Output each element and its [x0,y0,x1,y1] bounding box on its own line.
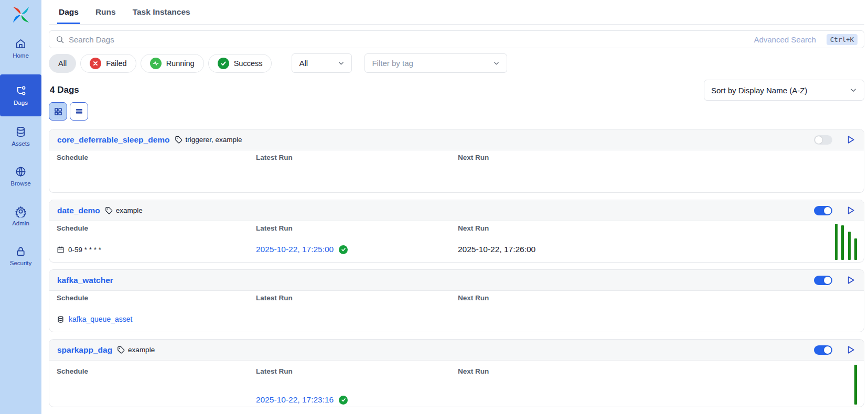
run-bar[interactable] [841,225,844,260]
chevron-down-icon [493,60,500,67]
sidebar-item-label: Security [10,260,32,266]
latest-run-link[interactable]: 2025-10-22, 17:25:00 [256,245,334,254]
sidebar-item-security[interactable]: Security [0,242,41,269]
dag-card-list: core_deferrable_sleep_demo triggerer, ex… [49,129,864,414]
play-icon [845,134,856,145]
trigger-dag-button[interactable] [845,205,856,216]
search-icon [56,35,65,44]
dag-card-header: kafka_watcher [49,270,864,291]
dag-card-date-demo: date_demo example [49,200,864,263]
sidebar-item-assets[interactable]: Assets [0,123,41,150]
dag-pause-toggle[interactable] [814,135,832,145]
advanced-search-link[interactable]: Advanced Search [754,35,816,44]
dag-title-link[interactable]: date_demo [57,206,100,215]
main-content: Dags Runs Task Instances Advanced Search… [41,0,868,414]
airflow-app: Home Dags Assets Browse [0,0,868,414]
run-bar[interactable] [854,238,857,260]
tab-runs[interactable]: Runs [94,7,117,24]
asset-database-icon [57,315,65,323]
tag-icon [105,206,113,214]
trigger-dag-button[interactable] [845,344,856,355]
tab-dags[interactable]: Dags [57,7,80,24]
state-filter-running[interactable]: Running [141,54,204,73]
filter-row: All Failed Running Success All [49,53,864,73]
sidebar-item-admin[interactable]: Admin [0,202,41,230]
view-toggles [49,102,864,121]
run-history-bars [835,224,858,260]
dag-tags: triggerer, example [175,136,242,144]
dag-pause-toggle[interactable] [814,276,832,285]
running-icon [150,58,162,69]
sort-value: Sort by Display Name (A-Z) [711,86,807,95]
search-bar: Advanced Search Ctrl+K [49,30,864,48]
state-filter-failed[interactable]: Failed [80,54,136,73]
airflow-pinwheel-icon [10,4,31,25]
browse-icon [15,166,27,178]
latest-run-label: Latest Run [256,224,458,233]
sidebar-item-label: Admin [12,220,29,226]
dag-card-header: core_deferrable_sleep_demo triggerer, ex… [49,129,864,150]
dag-card-body: Schedule Latest Run Next Run [49,150,864,184]
state-filter-label: Running [166,59,195,68]
next-run-label: Next Run [458,224,856,233]
tag-filter-select[interactable]: Filter by tag [365,53,507,73]
search-input[interactable] [69,35,749,44]
schedule-asset: kafka_queue_asset [57,314,132,324]
success-state-icon [339,396,348,405]
sidebar-item-label: Home [13,52,29,59]
chevron-down-icon [338,60,345,67]
dag-card-header: sparkapp_dag example [49,340,864,361]
state-filter-all[interactable]: All [49,54,76,73]
card-view-button[interactable] [49,102,67,121]
dags-icon [15,85,27,97]
paused-filter-value: All [299,59,308,68]
tab-task-instances[interactable]: Task Instances [131,7,192,24]
schedule-label: Schedule [57,154,256,162]
dag-tags-text: example [116,206,143,214]
run-bar[interactable] [848,232,851,260]
toggle-knob [824,346,831,354]
schedule-label: Schedule [57,294,256,302]
run-bar[interactable] [854,365,857,405]
dag-card-body: Schedule Latest Run 2025-10-22, 17:23:16… [49,361,864,405]
latest-run-link[interactable]: 2025-10-22, 17:23:16 [256,395,334,405]
dag-card-core-deferrable-sleep-demo: core_deferrable_sleep_demo triggerer, ex… [49,129,864,193]
sidebar-item-browse[interactable]: Browse [0,162,41,190]
home-icon [15,38,27,50]
dag-title-link[interactable]: kafka_watcher [57,276,113,285]
toggle-knob [824,207,831,214]
tag-icon [117,346,125,354]
paused-filter-select[interactable]: All [292,53,352,73]
dag-tags: example [117,346,155,354]
dag-title-link[interactable]: sparkapp_dag [57,345,112,355]
failed-icon [90,58,101,69]
asset-link[interactable]: kafka_queue_asset [69,315,132,323]
grid-view-icon [53,107,63,116]
trigger-dag-button[interactable] [845,275,856,286]
next-run-label: Next Run [458,367,856,376]
admin-icon [15,205,27,217]
schedule-label: Schedule [57,367,256,376]
state-filter-label: Success [234,59,263,68]
run-bar[interactable] [835,224,838,260]
success-state-icon [339,245,348,254]
dag-tags-text: triggerer, example [186,136,242,144]
sidebar-item-home[interactable]: Home [0,35,41,62]
state-filter-label: Failed [106,59,127,68]
airflow-logo[interactable] [0,0,41,29]
next-run-label: Next Run [458,154,856,162]
state-filter-success[interactable]: Success [208,54,272,73]
sidebar-item-dags[interactable]: Dags [0,74,41,116]
table-view-button[interactable] [70,102,88,121]
schedule-value: 0-59 * * * * [57,244,101,255]
dag-tags-text: example [128,346,155,354]
dag-title-link[interactable]: core_deferrable_sleep_demo [57,135,170,145]
trigger-dag-button[interactable] [845,134,856,145]
dag-pause-toggle[interactable] [814,345,832,355]
dag-card-header: date_demo example [49,200,864,221]
dag-pause-toggle[interactable] [814,206,832,215]
latest-run-label: Latest Run [256,154,458,162]
sort-select[interactable]: Sort by Display Name (A-Z) [704,80,864,101]
success-icon [218,58,229,69]
play-icon [845,344,856,355]
